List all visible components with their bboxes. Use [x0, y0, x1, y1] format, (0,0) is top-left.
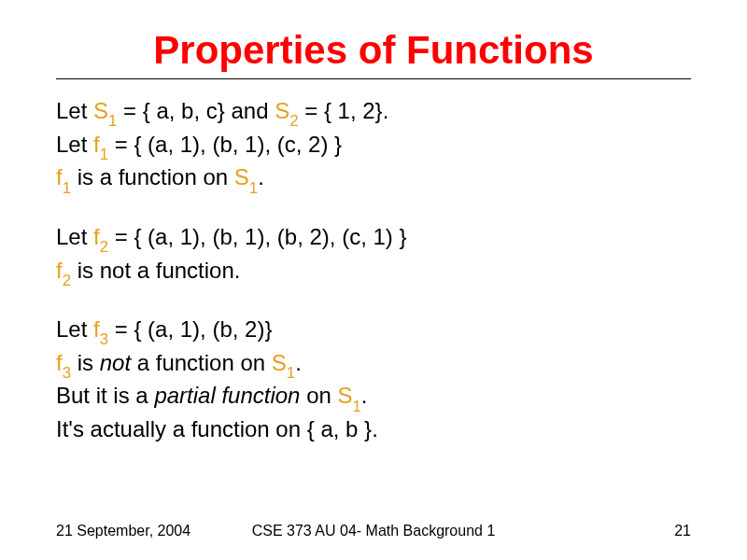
slide-content: Let S1 = { a, b, c} and S2 = { 1, 2}. Le…: [56, 96, 691, 443]
text: = { (a, 1), (b, 1), (c, 2) }: [108, 132, 342, 157]
footer-date: 21 September, 2004: [56, 523, 190, 539]
subscript: 2: [100, 238, 108, 256]
footer-page-number: 21: [674, 523, 691, 539]
subscript: 1: [108, 112, 117, 130]
paragraph-3: Let f3 = { (a, 1), (b, 2)} f3 is not a f…: [56, 315, 691, 443]
subscript: 1: [353, 398, 361, 415]
func-f3: f: [93, 316, 100, 342]
text: But it is a: [56, 383, 154, 408]
text: .: [258, 164, 264, 189]
set-s1: S: [272, 350, 287, 375]
subscript: 3: [63, 364, 71, 382]
subscript: 3: [100, 330, 108, 348]
text: Let: [56, 132, 93, 157]
slide-footer: 21 September, 2004 CSE 373 AU 04- Math B…: [0, 523, 747, 539]
text: = { (a, 1), (b, 1), (b, 2), (c, 1) }: [108, 224, 406, 249]
func-f3: f: [56, 350, 63, 375]
slide-title: Properties of Functions: [56, 28, 691, 73]
text: on: [300, 383, 337, 408]
text: .: [295, 350, 302, 375]
func-f1: f: [56, 164, 63, 189]
subscript: 1: [100, 146, 108, 163]
text: .: [361, 383, 368, 408]
text: Let: [56, 316, 93, 342]
text: is not a function.: [71, 258, 240, 283]
slide: Properties of Functions Let S1 = { a, b,…: [0, 0, 747, 560]
func-f1: f: [93, 132, 100, 157]
text: = { 1, 2}.: [299, 98, 389, 123]
title-rule: [56, 78, 691, 79]
text: It's actually a function on { a, b }.: [56, 416, 378, 441]
subscript: 1: [249, 179, 258, 197]
func-f2: f: [56, 258, 63, 283]
paragraph-1: Let S1 = { a, b, c} and S2 = { 1, 2}. Le…: [56, 96, 691, 196]
text: a function on: [131, 350, 272, 375]
emphasis-partial: partial function: [154, 383, 300, 408]
set-s1: S: [234, 164, 249, 189]
text: Let: [56, 224, 93, 249]
text: Let: [56, 98, 93, 123]
text: is: [71, 350, 100, 375]
set-s1: S: [93, 98, 108, 123]
subscript: 1: [287, 364, 295, 382]
text: is a function on: [71, 164, 234, 189]
paragraph-2: Let f2 = { (a, 1), (b, 1), (b, 2), (c, 1…: [56, 222, 691, 288]
text: = { a, b, c} and: [117, 98, 275, 123]
subscript: 1: [63, 179, 71, 197]
set-s2: S: [275, 98, 289, 123]
func-f2: f: [93, 224, 100, 249]
text: = { (a, 1), (b, 2)}: [108, 316, 272, 342]
footer-course: CSE 373 AU 04- Math Background 1: [252, 523, 496, 539]
subscript: 2: [63, 272, 71, 289]
set-s1: S: [338, 383, 353, 408]
subscript: 2: [289, 112, 298, 130]
emphasis-not: not: [100, 350, 131, 375]
